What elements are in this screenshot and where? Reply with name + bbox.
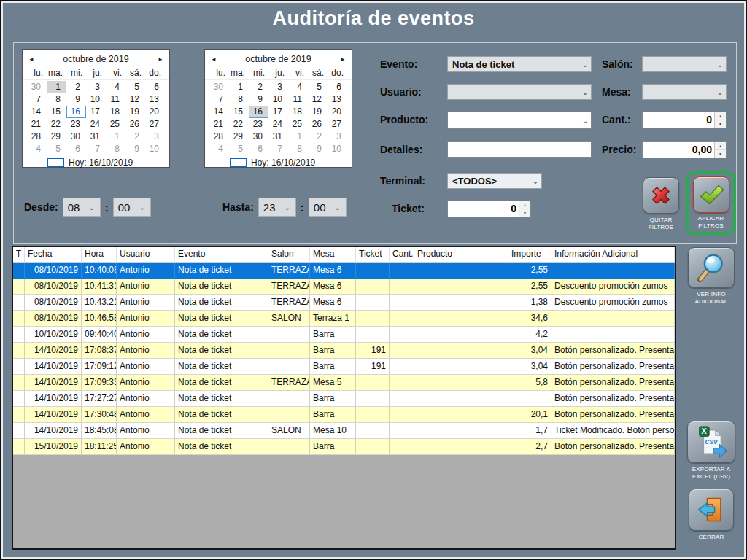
calendar-day[interactable]: 30 — [209, 81, 229, 93]
calendar-day[interactable]: 11 — [106, 93, 125, 106]
calendar-day[interactable]: 3 — [86, 81, 106, 93]
calendar-day[interactable]: 23 — [249, 118, 268, 131]
calendar-day[interactable]: 2 — [249, 81, 268, 93]
col-header-producto[interactable]: Producto — [414, 247, 508, 262]
calendar-day[interactable]: 31 — [268, 131, 288, 143]
hasta-min-select[interactable]: 00 ⌄ — [309, 198, 347, 217]
spin-up-icon[interactable]: ▲ — [715, 142, 726, 150]
calendar-day[interactable]: 13 — [145, 93, 165, 106]
calendar-day[interactable]: 10 — [268, 93, 288, 106]
calendar-day[interactable]: 7 — [268, 143, 288, 155]
calendar-day[interactable]: 14 — [209, 106, 229, 118]
calendar-day[interactable]: 9 — [66, 93, 86, 106]
calendar-day[interactable]: 16 — [66, 106, 86, 118]
hasta-hour-select[interactable]: 23 ⌄ — [258, 198, 296, 217]
spin-down-icon[interactable]: ▼ — [715, 120, 726, 128]
calendar-day[interactable]: 19 — [125, 106, 145, 118]
calendar-day[interactable]: 1 — [229, 81, 249, 93]
calendar-day[interactable]: 4 — [106, 81, 125, 93]
calendar-day[interactable]: 18 — [106, 106, 125, 118]
calendar-day[interactable]: 10 — [145, 143, 165, 155]
calendar-day[interactable]: 6 — [145, 81, 165, 93]
col-header-hora[interactable]: Hora — [82, 247, 117, 262]
calendar-day[interactable]: 12 — [308, 93, 328, 106]
calendar-day[interactable]: 12 — [125, 93, 145, 106]
calendar-day[interactable]: 25 — [288, 118, 308, 131]
calendar-day[interactable]: 9 — [125, 143, 145, 155]
table-row[interactable]: 14/10/2019 17:09:12 Antonio Nota de tick… — [13, 359, 675, 375]
calendar-day[interactable]: 6 — [328, 81, 347, 93]
col-header-usuario[interactable]: Usuario — [117, 247, 175, 262]
calendar-day[interactable]: 24 — [268, 118, 288, 131]
calendar-day[interactable]: 1 — [288, 131, 308, 143]
calendar-day[interactable]: 20 — [145, 106, 165, 118]
calendar-day[interactable]: 8 — [47, 93, 66, 106]
table-row[interactable]: 14/10/2019 17:09:33 Antonio Nota de tick… — [13, 375, 675, 391]
calendar-day[interactable]: 17 — [86, 106, 106, 118]
spin-up-icon[interactable]: ▲ — [519, 201, 530, 209]
calendar-day[interactable]: 24 — [86, 118, 106, 131]
today-label[interactable]: Hoy: 16/10/2019 — [251, 158, 315, 168]
spin-down-icon[interactable]: ▼ — [715, 150, 726, 158]
spin-up-icon[interactable]: ▲ — [715, 112, 726, 120]
col-header-fecha[interactable]: Fecha — [25, 247, 82, 262]
calendar-day[interactable]: 3 — [328, 131, 347, 143]
evento-select[interactable]: Nota de ticket ⌄ — [447, 56, 592, 72]
calendar-day[interactable]: 16 — [249, 106, 268, 118]
calendar-day[interactable]: 5 — [125, 81, 145, 93]
col-header-importe[interactable]: Importe — [508, 247, 551, 262]
calendar-day[interactable]: 21 — [209, 118, 229, 131]
calendar-day[interactable]: 28 — [209, 131, 229, 143]
calendar-day[interactable]: 2 — [125, 131, 145, 143]
col-header-salon[interactable]: Salon — [268, 247, 310, 262]
exportar-csv-button[interactable]: csv X — [687, 421, 735, 463]
calendar-day[interactable]: 30 — [249, 131, 268, 143]
today-box-icon[interactable] — [230, 158, 247, 167]
calendar-next-icon[interactable]: ► — [156, 56, 163, 63]
calendar-day[interactable]: 5 — [308, 81, 328, 93]
calendar-day[interactable]: 15 — [47, 106, 66, 118]
calendar-day[interactable]: 7 — [27, 93, 47, 106]
calendar-day[interactable]: 11 — [288, 93, 308, 106]
aplicar-filtros-button[interactable] — [693, 176, 729, 213]
calendar-day[interactable]: 20 — [328, 106, 347, 118]
calendar-day[interactable]: 4 — [209, 143, 229, 155]
precio-stepper[interactable]: 0,00 ▲ ▼ — [642, 141, 727, 158]
calendar-day[interactable]: 8 — [229, 93, 249, 106]
calendar-day[interactable]: 19 — [308, 106, 328, 118]
desde-min-select[interactable]: 00 ⌄ — [113, 198, 151, 217]
calendar-next-icon[interactable]: ► — [338, 56, 346, 63]
cerrar-button[interactable] — [689, 489, 734, 531]
table-row[interactable]: 08/10/2019 10:41:31 Antonio Nota de tick… — [13, 279, 675, 295]
desde-hour-select[interactable]: 08 ⌄ — [63, 198, 101, 217]
calendar-day[interactable]: 26 — [308, 118, 328, 131]
table-row[interactable]: 08/10/2019 10:46:58 Antonio Nota de tick… — [13, 311, 675, 327]
calendar-day[interactable]: 27 — [145, 118, 165, 131]
ver-info-button[interactable] — [688, 247, 735, 288]
today-label[interactable]: Hoy: 16/10/2019 — [69, 158, 133, 168]
terminal-select[interactable]: <TODOS> ⌄ — [447, 173, 542, 189]
calendar-day[interactable]: 3 — [268, 81, 288, 93]
calendar-prev-icon[interactable]: ◄ — [211, 56, 218, 63]
table-row[interactable]: 14/10/2019 17:27:27 Antonio Nota de tick… — [13, 391, 675, 407]
calendar-day[interactable]: 26 — [125, 118, 145, 131]
calendar-day[interactable]: 10 — [328, 143, 347, 155]
table-row[interactable]: 14/10/2019 17:08:37 Antonio Nota de tick… — [13, 343, 675, 359]
calendar-day[interactable]: 10 — [86, 93, 106, 106]
calendar-day[interactable]: 1 — [106, 131, 125, 143]
calendar-day[interactable]: 14 — [27, 106, 47, 118]
calendar-day[interactable]: 1 — [47, 81, 66, 93]
salon-select[interactable]: ⌄ — [642, 56, 727, 72]
spin-down-icon[interactable]: ▼ — [519, 209, 530, 217]
calendar-day[interactable]: 8 — [288, 143, 308, 155]
calendar-day[interactable]: 7 — [209, 93, 229, 106]
calendar-day[interactable]: 27 — [328, 118, 347, 131]
col-header-mesa[interactable]: Mesa — [310, 247, 356, 262]
cant-stepper[interactable]: 0 ▲ ▼ — [642, 112, 727, 128]
quitar-filtros-button[interactable] — [643, 177, 679, 214]
calendar-day[interactable]: 30 — [27, 81, 47, 93]
calendar-day[interactable]: 21 — [27, 118, 47, 131]
col-header-t[interactable]: T — [13, 247, 25, 262]
calendar-day[interactable]: 5 — [229, 143, 249, 155]
calendar-day[interactable]: 2 — [66, 81, 86, 93]
